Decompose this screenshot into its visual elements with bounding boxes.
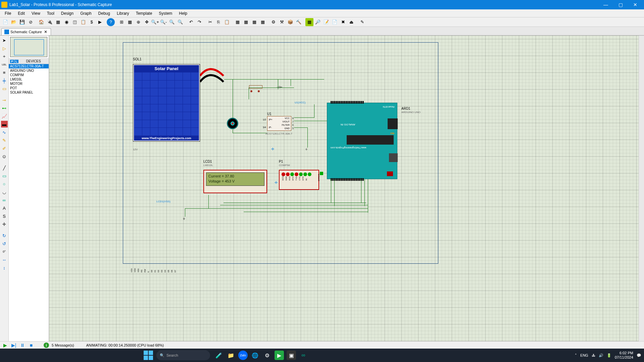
device-item[interactable]: ACS712ELCTR-30A-T xyxy=(9,64,49,68)
pause-button[interactable]: ⏸ xyxy=(19,342,26,348)
terminal-icon[interactable]: ⊸ xyxy=(1,97,8,103)
code-icon[interactable]: $ xyxy=(88,18,96,26)
taskbar-chrome-icon[interactable]: 🌐 xyxy=(250,351,260,360)
rotate-ccw-icon[interactable]: ↺ xyxy=(1,240,8,247)
snap-icon[interactable]: ▦ xyxy=(126,18,134,26)
compim-component[interactable]: ERROR DCDDSRRXDRTSTXDCTSDTRRI xyxy=(279,170,319,190)
schematic-icon[interactable]: 🔌 xyxy=(46,18,54,26)
symbol-icon[interactable]: S xyxy=(1,213,8,219)
close-project-icon[interactable]: ⊘ xyxy=(27,18,35,26)
mirror-h-icon[interactable]: ↔ xyxy=(1,256,8,263)
device-item[interactable]: COMPIM xyxy=(9,73,49,77)
switch-node[interactable] xyxy=(250,90,252,92)
tray-battery-icon[interactable]: 🔋 xyxy=(607,353,611,358)
stop-button[interactable]: ■ xyxy=(28,342,34,348)
copy-icon[interactable]: ⎘ xyxy=(214,18,222,26)
taskbar-search[interactable]: 🔍 Search xyxy=(156,350,210,360)
home-icon[interactable]: 🏠 xyxy=(37,18,45,26)
taskbar-clock[interactable]: 6:02 PM 07/11/2024 xyxy=(615,351,633,360)
junction-icon[interactable]: ＋ xyxy=(1,53,8,60)
rotate-cw-icon[interactable]: ↻ xyxy=(1,232,8,239)
taskbar-terminal-icon[interactable]: ▣ xyxy=(287,351,296,360)
tray-network-icon[interactable]: 🖧 xyxy=(592,353,595,357)
bom-icon[interactable]: 📋 xyxy=(79,18,87,26)
open-icon[interactable]: 📂 xyxy=(10,18,18,26)
block-move-icon[interactable]: ▦ xyxy=(242,18,250,26)
exit-icon[interactable]: ⏏ xyxy=(347,18,355,26)
zoom-fit-icon[interactable]: 🔍 xyxy=(168,18,176,26)
tape-icon[interactable]: ▬ xyxy=(1,121,8,127)
rotation-angle[interactable]: 0° xyxy=(1,248,8,255)
undo-icon[interactable]: ↶ xyxy=(187,18,195,26)
taskbar-zalo-icon[interactable]: Zalo xyxy=(238,351,248,360)
switch-node[interactable] xyxy=(258,90,260,92)
component-mode-icon[interactable]: ▷ xyxy=(1,45,8,52)
device-item[interactable]: POT xyxy=(9,86,49,90)
grid-toggle-icon[interactable]: ⊞ xyxy=(117,18,126,26)
drc-icon[interactable]: ✎ xyxy=(358,18,366,26)
property-icon[interactable]: 📝 xyxy=(322,18,330,26)
redo-icon[interactable]: ↷ xyxy=(195,18,203,26)
overview-thumbnail[interactable] xyxy=(10,37,47,57)
arc-icon[interactable]: ◡ xyxy=(1,189,8,195)
selection-mode-icon[interactable]: ➤ xyxy=(1,37,8,44)
bus-icon[interactable]: ╪ xyxy=(1,77,8,84)
paste-icon[interactable]: 📋 xyxy=(223,18,231,26)
tab-close-icon[interactable]: ✕ xyxy=(43,30,48,34)
tray-lang[interactable]: ENG xyxy=(580,353,588,357)
zoom-area-icon[interactable]: 🔍 xyxy=(176,18,184,26)
circle-icon[interactable]: ○ xyxy=(1,180,8,187)
menu-design[interactable]: Design xyxy=(58,10,77,16)
lcd-component[interactable]: Current = 37.80 Voltage = 453 V xyxy=(203,170,267,193)
origin-icon[interactable]: ⊕ xyxy=(134,18,142,26)
graph-icon[interactable]: 📈 xyxy=(1,113,8,119)
save-icon[interactable]: 💾 xyxy=(18,18,26,26)
wire-label-icon[interactable]: LBL xyxy=(1,61,8,68)
probe-i-icon[interactable]: ✐ xyxy=(1,145,8,152)
switch-component[interactable] xyxy=(249,85,262,89)
make-device-icon[interactable]: ⚒ xyxy=(278,18,286,26)
messages-count[interactable]: 5 Message(s) xyxy=(52,343,74,347)
info-icon[interactable]: i xyxy=(44,343,49,348)
devices-list[interactable]: ACS712ELCTR-30A-T ARDUINO UNO COMPIM LM0… xyxy=(9,64,49,341)
pan-icon[interactable]: ✥ xyxy=(143,18,151,26)
block-copy-icon[interactable]: ▦ xyxy=(234,18,242,26)
play-button[interactable]: ▶ xyxy=(2,342,8,348)
maximize-button[interactable]: ▢ xyxy=(613,0,628,9)
menu-view[interactable]: View xyxy=(28,10,44,16)
3d-icon[interactable]: ◉ xyxy=(62,18,70,26)
instrument-icon[interactable]: ⊙ xyxy=(1,153,8,160)
taskbar-app3-icon[interactable]: ▶ xyxy=(275,351,284,360)
taskbar-app2-icon[interactable]: ⚙ xyxy=(262,351,272,360)
menu-help[interactable]: Help xyxy=(176,10,191,16)
vsm-icon[interactable]: ▶ xyxy=(96,18,104,26)
device-pin-icon[interactable]: ⊷ xyxy=(1,105,8,111)
text-script-icon[interactable]: ≡ xyxy=(1,69,8,76)
search-icon[interactable]: 🔎 xyxy=(314,18,322,26)
box-icon[interactable]: ▭ xyxy=(1,172,8,179)
device-item[interactable]: ARDUINO UNO xyxy=(9,68,49,73)
generator-icon[interactable]: ∿ xyxy=(1,129,8,136)
device-item[interactable]: SOLAR PANEL xyxy=(9,90,49,95)
taskbar-arduino-icon[interactable]: ∞ xyxy=(299,351,308,360)
marker-icon[interactable]: ✛ xyxy=(1,221,8,227)
start-button[interactable] xyxy=(144,351,153,360)
block-rotate-icon[interactable]: ▦ xyxy=(250,18,258,26)
gerber-icon[interactable]: ◫ xyxy=(71,18,79,26)
tab-schematic[interactable]: Schematic Capture ✕ xyxy=(1,28,51,35)
tray-chevron-icon[interactable]: ˄ xyxy=(575,353,577,358)
minimize-button[interactable]: — xyxy=(598,0,613,9)
menu-file[interactable]: File xyxy=(1,10,14,16)
zoom-in-icon[interactable]: 🔍+ xyxy=(151,18,159,26)
subcircuit-icon[interactable]: ▭ xyxy=(1,85,8,92)
menu-tool[interactable]: Tool xyxy=(44,10,58,16)
line-icon[interactable]: ╱ xyxy=(1,164,8,171)
tray-volume-icon[interactable]: 🔊 xyxy=(599,353,603,358)
menu-edit[interactable]: Edit xyxy=(14,10,28,16)
pick-icon[interactable]: ⚙ xyxy=(269,18,278,26)
new-sheet-icon[interactable]: 📄 xyxy=(331,18,339,26)
menu-graph[interactable]: Graph xyxy=(77,10,95,16)
arduino-component[interactable]: ANALOG IN www.TheEngineeringProjects.com… xyxy=(327,103,397,179)
help-icon[interactable]: ? xyxy=(107,18,115,26)
probe-v-icon[interactable]: ✎ xyxy=(1,137,8,144)
